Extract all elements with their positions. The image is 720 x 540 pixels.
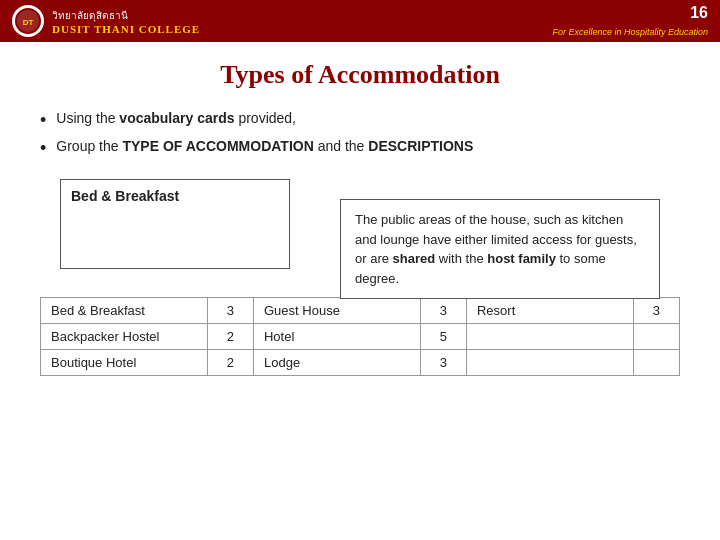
header-right: 16 For Excellence in Hospitality Educati… <box>552 4 708 38</box>
cell-3-5 <box>466 350 633 376</box>
logo-area: DT วิทยาลัยดุสิตธานี DUSIT THANI COLLEGE <box>12 5 200 37</box>
cell-2-4: 5 <box>420 324 466 350</box>
logo-thai: วิทยาลัยดุสิตธานี <box>52 8 200 23</box>
bullet-text-2: Group the TYPE OF ACCOMMODATION and the … <box>56 138 473 154</box>
page-title: Types of Accommodation <box>40 60 680 90</box>
tagline: For Excellence in Hospitality Education <box>552 27 708 37</box>
cell-3-6 <box>633 350 679 376</box>
cell-2-2: 2 <box>207 324 253 350</box>
cell-2-6 <box>633 324 679 350</box>
accommodation-table: Bed & Breakfast 3 Guest House 3 Resort 3… <box>40 297 680 376</box>
cell-1-2: 3 <box>207 298 253 324</box>
cell-1-4: 3 <box>420 298 466 324</box>
description-box: The public areas of the house, such as k… <box>340 199 660 299</box>
logo-english: DUSIT THANI COLLEGE <box>52 23 200 35</box>
cell-2-5 <box>466 324 633 350</box>
cell-2-3: Hotel <box>253 324 420 350</box>
svg-text:DT: DT <box>23 18 34 27</box>
logo-emblem: DT <box>12 5 44 37</box>
table-row: Backpacker Hostel 2 Hotel 5 <box>41 324 680 350</box>
bullet-text-1: Using the vocabulary cards provided, <box>56 110 296 126</box>
description-text: The public areas of the house, such as k… <box>355 212 637 286</box>
cell-3-4: 3 <box>420 350 466 376</box>
bullet-item-1: • Using the vocabulary cards provided, <box>40 110 680 132</box>
cell-1-5: Resort <box>466 298 633 324</box>
cell-2-1: Backpacker Hostel <box>41 324 208 350</box>
cell-1-3: Guest House <box>253 298 420 324</box>
cell-3-1: Boutique Hotel <box>41 350 208 376</box>
bullet-dot-1: • <box>40 110 46 132</box>
header: DT วิทยาลัยดุสิตธานี DUSIT THANI COLLEGE… <box>0 0 720 42</box>
table-body: Bed & Breakfast 3 Guest House 3 Resort 3… <box>41 298 680 376</box>
table-row: Bed & Breakfast 3 Guest House 3 Resort 3 <box>41 298 680 324</box>
bullet-item-2: • Group the TYPE OF ACCOMMODATION and th… <box>40 138 680 160</box>
bullet-dot-2: • <box>40 138 46 160</box>
flashcard-area: Bed & Breakfast The public areas of the … <box>60 179 680 279</box>
cell-1-1: Bed & Breakfast <box>41 298 208 324</box>
cell-3-3: Lodge <box>253 350 420 376</box>
logo-text: วิทยาลัยดุสิตธานี DUSIT THANI COLLEGE <box>52 8 200 35</box>
flashcard-box: Bed & Breakfast <box>60 179 290 269</box>
cell-1-6: 3 <box>633 298 679 324</box>
cell-3-2: 2 <box>207 350 253 376</box>
table-row: Boutique Hotel 2 Lodge 3 <box>41 350 680 376</box>
page-number: 16 <box>552 4 708 22</box>
flashcard-label: Bed & Breakfast <box>71 188 179 204</box>
bullet-list: • Using the vocabulary cards provided, •… <box>40 110 680 159</box>
main-content: Types of Accommodation • Using the vocab… <box>0 42 720 386</box>
